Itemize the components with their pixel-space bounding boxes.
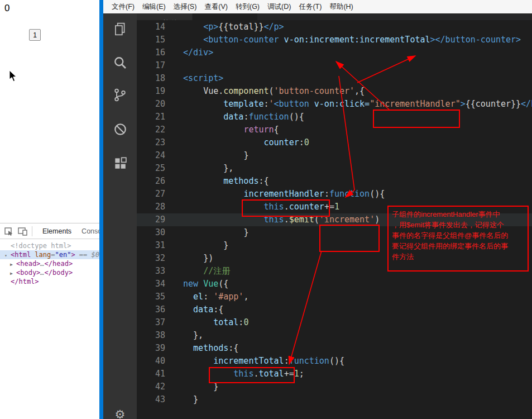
code-editor[interactable]: 14 <p>{{total}}</p>15 <button-counter v-…	[137, 20, 532, 419]
code-line[interactable]: 31 }	[137, 239, 532, 252]
code-line[interactable]: 34new Vue({	[137, 278, 532, 291]
code-line[interactable]: 38 },	[137, 329, 532, 342]
line-number: 26	[137, 175, 165, 188]
line-number: 28	[137, 201, 165, 213]
line-number: 20	[137, 98, 165, 111]
code-line[interactable]: 24 }	[137, 149, 532, 162]
code-text: counter:0	[183, 136, 309, 149]
code-text: data:{	[183, 303, 223, 316]
settings-gear-icon[interactable]: ⚙	[103, 408, 137, 419]
dom-tree-row[interactable]: ▾<html lang="en"> == $0	[0, 250, 99, 259]
line-number: 37	[137, 316, 165, 329]
line-number: 27	[137, 188, 165, 201]
code-line[interactable]: 17	[137, 59, 532, 72]
line-number: 34	[137, 278, 165, 291]
code-text: }	[183, 149, 248, 162]
devtools-tab-console[interactable]: Console	[82, 227, 99, 235]
menu-item[interactable]: 调试(D)	[263, 0, 295, 13]
browser-panel: 0 1 Elements Console <!doctype html>▾<ht…	[0, 0, 99, 419]
line-number: 18	[137, 72, 165, 85]
menu-item[interactable]: 帮助(H)	[325, 0, 357, 13]
code-line[interactable]: 30 }	[137, 226, 532, 239]
activity-bar: ⚙	[103, 13, 137, 419]
inspect-element-icon[interactable]	[4, 227, 13, 236]
code-line[interactable]: 42 }	[137, 380, 532, 393]
code-line[interactable]: 26 methods:{	[137, 175, 532, 188]
expander-icon[interactable]: ▶	[10, 269, 16, 277]
line-number: 17	[137, 59, 165, 72]
counter-button[interactable]: 1	[29, 29, 41, 41]
line-number: 39	[137, 342, 165, 355]
line-number: 23	[137, 136, 165, 149]
code-line[interactable]: 27 incrementHandler:function(){	[137, 188, 532, 201]
code-text: }	[183, 226, 248, 239]
devtools-tab-elements[interactable]: Elements	[42, 227, 71, 235]
code-line[interactable]: 37 total:0	[137, 316, 532, 329]
menu-item[interactable]: 任务(T)	[295, 0, 325, 13]
code-line[interactable]: 29 this.$emit('increment')	[137, 213, 532, 226]
code-line[interactable]: 16</div>	[137, 46, 532, 59]
total-value: 0	[4, 3, 9, 14]
code-text: methods:{	[183, 175, 269, 188]
code-line[interactable]: 39 methods:{	[137, 342, 532, 355]
expander-icon[interactable]: ▶	[10, 260, 16, 268]
extensions-icon[interactable]	[103, 151, 137, 175]
line-number: 21	[137, 111, 165, 123]
source-control-icon[interactable]	[103, 83, 137, 107]
code-line[interactable]: 19 Vue.component('button-counter',{	[137, 85, 532, 98]
code-line[interactable]: 36 data:{	[137, 303, 532, 316]
code-line[interactable]: 20 template:'<button v-on:click="increme…	[137, 98, 532, 111]
code-line[interactable]: 43 }	[137, 393, 532, 406]
code-text: </div>	[183, 46, 213, 59]
line-number: 43	[137, 393, 165, 406]
menu-item[interactable]: 文件(F)	[108, 0, 138, 13]
menu-item[interactable]: 查看(V)	[200, 0, 232, 13]
line-number: 42	[137, 380, 165, 393]
code-text: }	[183, 380, 218, 393]
code-line[interactable]: 41 this.total+=1;	[137, 368, 532, 380]
menu-item[interactable]: 转到(G)	[232, 0, 263, 13]
code-line[interactable]: 15 <button-counter v-on:increment:increm…	[137, 34, 532, 46]
code-line[interactable]: 32 })	[137, 252, 532, 265]
code-text: methods:{	[183, 342, 238, 355]
code-text: this.counter+=1	[183, 201, 339, 213]
dom-tree-row[interactable]: ▶<body>…</body>	[0, 268, 99, 277]
dom-tree-row[interactable]: ▶<head>…</head>	[0, 259, 99, 268]
code-text: },	[183, 329, 203, 342]
line-number: 19	[137, 85, 165, 98]
code-line[interactable]: 40 incrementTotal:function(){	[137, 355, 532, 368]
expander-icon[interactable]: ▾	[4, 251, 11, 259]
code-line[interactable]: 21 data:function(){	[137, 111, 532, 123]
dom-tree-row[interactable]: </html>	[0, 277, 99, 286]
code-line[interactable]: 22 return{	[137, 123, 532, 136]
code-text: <p>{{total}}</p>	[183, 21, 284, 34]
debug-icon[interactable]	[103, 117, 137, 141]
explorer-icon[interactable]	[103, 17, 137, 41]
code-text: }	[183, 393, 198, 406]
code-text: //注册	[183, 265, 230, 278]
device-toolbar-icon[interactable]	[18, 227, 27, 236]
mouse-cursor-icon	[9, 70, 17, 82]
code-text: })	[183, 252, 213, 265]
code-line[interactable]: 25 },	[137, 162, 532, 175]
code-text: template:'<button v-on:click="incrementH…	[183, 98, 532, 111]
code-line[interactable]: 28 this.counter+=1	[137, 201, 532, 213]
code-line[interactable]: 33 //注册	[137, 265, 532, 278]
devtools-panel: Elements Console <!doctype html>▾<html l…	[0, 223, 99, 419]
menu-bar: 文件(F)编辑(E)选择(S)查看(V)转到(G)调试(D)任务(T)帮助(H)	[103, 0, 532, 13]
code-line[interactable]: 23 counter:0	[137, 136, 532, 149]
code-line[interactable]: 35 el: '#app',	[137, 291, 532, 303]
menu-item[interactable]: 选择(S)	[170, 0, 201, 13]
dom-tree-row[interactable]: <!doctype html>	[0, 241, 99, 250]
code-line[interactable]: 14 <p>{{total}}</p>	[137, 21, 532, 34]
code-line[interactable]: 18<script>	[137, 72, 532, 85]
vscode-window: 文件(F)编辑(E)选择(S)查看(V)转到(G)调试(D)任务(T)帮助(H)…	[103, 0, 532, 419]
search-icon[interactable]	[103, 50, 137, 75]
line-number: 15	[137, 34, 165, 46]
devtools-toolbar: Elements Console	[0, 223, 99, 239]
menu-item[interactable]: 编辑(E)	[138, 0, 170, 13]
code-text: new Vue({	[183, 278, 228, 291]
line-number: 25	[137, 162, 165, 175]
line-number: 36	[137, 303, 165, 316]
line-number: 24	[137, 149, 165, 162]
